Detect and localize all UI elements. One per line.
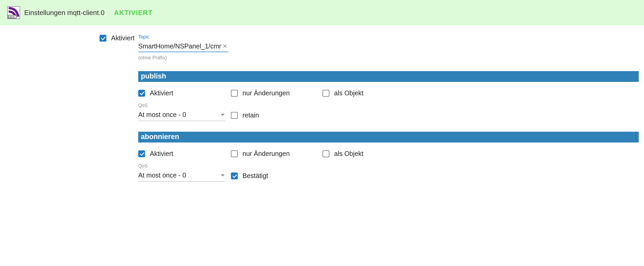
subscribe-changes-only-label: nur Änderungen: [242, 150, 290, 157]
topic-field-group: Topic ✕ (ohne Präfix): [138, 34, 228, 61]
adapter-icon: client: [7, 6, 20, 19]
topic-input-wrap: ✕: [138, 42, 228, 52]
subscribe-enabled-label: Aktiviert: [150, 150, 173, 157]
clear-topic-icon[interactable]: ✕: [221, 43, 228, 50]
global-enabled-group: Aktiviert: [100, 34, 138, 42]
chevron-down-icon: [221, 114, 225, 116]
section-header-subscribe: abonnieren: [138, 132, 639, 142]
global-enabled-checkbox[interactable]: [100, 35, 106, 42]
svg-text:client: client: [9, 15, 15, 18]
section-header-publish: publish: [138, 71, 639, 82]
subscribe-as-object-label: als Objekt: [334, 150, 363, 157]
publish-changes-only-checkbox[interactable]: [231, 90, 238, 97]
publish-as-object-checkbox[interactable]: [323, 90, 329, 97]
publish-retain-checkbox[interactable]: [231, 112, 238, 119]
adapter-status-badge: AKTIVIERT: [114, 9, 152, 17]
publish-enabled-checkbox[interactable]: [138, 90, 145, 97]
topic-label: Topic: [138, 34, 228, 40]
subscribe-row-2: QoS At most once - 0 Bestätigt: [138, 163, 639, 182]
global-enabled-label: Aktiviert: [111, 34, 135, 42]
chevron-down-icon: [221, 174, 225, 176]
subscribe-changes-only-checkbox[interactable]: [231, 150, 238, 157]
top-row: Aktiviert Topic ✕ (ohne Präfix): [100, 34, 639, 61]
subscribe-ack-label: Bestätigt: [242, 172, 268, 180]
topic-input[interactable]: [138, 42, 221, 50]
subscribe-qos-label: QoS: [138, 163, 231, 169]
subscribe-row-1: Aktiviert nur Änderungen als Objekt: [138, 150, 639, 157]
publish-row-2: QoS At most once - 0 retain: [138, 103, 639, 121]
publish-as-object-label: als Objekt: [334, 89, 363, 97]
subscribe-qos-select[interactable]: At most once - 0: [138, 170, 225, 182]
subscribe-ack-checkbox[interactable]: [231, 173, 238, 179]
publish-changes-only-label: nur Änderungen: [242, 89, 290, 97]
subscribe-as-object-checkbox[interactable]: [323, 150, 329, 157]
publish-enabled-label: Aktiviert: [150, 89, 173, 97]
publish-retain-label: retain: [242, 111, 259, 119]
header-bar: client Einstellungen mqtt-client.0 AKTIV…: [0, 0, 644, 25]
topic-helper-text: (ohne Präfix): [138, 55, 228, 61]
page-title: Einstellungen mqtt-client.0: [24, 9, 105, 17]
publish-qos-value: At most once - 0: [138, 111, 186, 119]
publish-qos-select[interactable]: At most once - 0: [138, 110, 225, 121]
publish-row-1: Aktiviert nur Änderungen als Objekt: [138, 89, 639, 97]
subscribe-qos-value: At most once - 0: [138, 171, 186, 179]
publish-qos-label: QoS: [138, 103, 231, 108]
settings-form: Aktiviert Topic ✕ (ohne Präfix) publish …: [0, 25, 644, 182]
subscribe-enabled-checkbox[interactable]: [138, 150, 145, 157]
sections-column: publish Aktiviert nur Änderungen als Obj…: [138, 71, 639, 182]
